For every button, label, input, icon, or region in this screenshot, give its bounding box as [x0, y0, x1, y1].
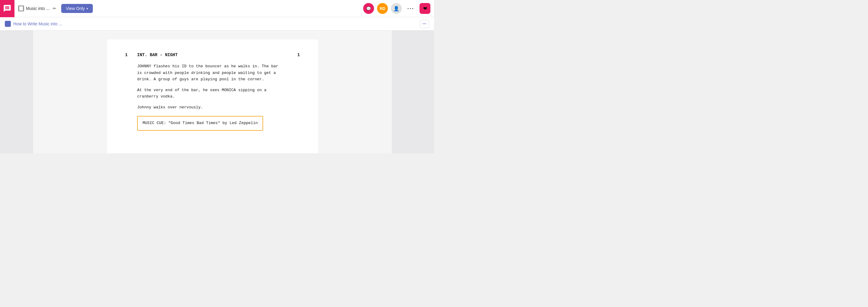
view-only-button[interactable]: View Only ▾ [61, 4, 93, 13]
doc-icon [18, 5, 24, 11]
breadcrumb-bar: How to Write Music into ... ··· [0, 17, 434, 30]
navbar-actions: 💬 RD 👤 ··· ❤ [363, 3, 430, 14]
more-options-button[interactable]: ··· [405, 4, 416, 13]
breadcrumb-more-button[interactable]: ··· [420, 20, 429, 28]
screenplay-page: 1 INT. BAR - NIGHT 1 JOHNNY flashes his … [107, 39, 318, 154]
user-icon: 👤 [393, 6, 399, 11]
screenplay-area: 1 INT. BAR - NIGHT 1 JOHNNY flashes his … [33, 30, 392, 154]
scene-number-right: 1 [291, 52, 300, 58]
breadcrumb-doc-icon [5, 21, 11, 27]
user-profile-button[interactable]: 👤 [391, 3, 402, 14]
action-text-1: JOHNNY flashes his ID to the bouncer as … [137, 64, 278, 82]
chevron-down-icon: ▾ [87, 7, 88, 10]
music-cue-box: MUSIC CUE: "Good Times Bad Times" by Led… [137, 116, 263, 131]
right-sidebar [392, 30, 434, 154]
music-cue-text: MUSIC CUE: "Good Times Bad Times" by Led… [143, 121, 258, 125]
left-sidebar [0, 30, 33, 154]
scene-number-left: 1 [125, 52, 134, 58]
view-only-label: View Only [66, 6, 85, 11]
main-content: 1 INT. BAR - NIGHT 1 JOHNNY flashes his … [0, 30, 434, 154]
action-block-3: Johnny walks over nervously. [137, 104, 300, 110]
app-switcher-button[interactable]: ❤ [420, 3, 430, 14]
comments-button[interactable]: 💬 [363, 3, 374, 14]
chat-icon [3, 4, 11, 13]
app-logo[interactable] [0, 0, 14, 17]
user-avatar-rd[interactable]: RD [377, 3, 388, 14]
document-title: Music into ... [26, 6, 50, 11]
action-block-1: JOHNNY flashes his ID to the bouncer as … [137, 63, 300, 82]
scene-heading: INT. BAR - NIGHT [134, 52, 291, 58]
edit-icon[interactable]: ✏ [53, 6, 56, 11]
navbar: Music into ... ✏ View Only ▾ 💬 RD 👤 ··· … [0, 0, 434, 17]
app-icon: ❤ [423, 6, 427, 11]
breadcrumb-text[interactable]: How to Write Music into ... [13, 22, 62, 26]
action-text-3: Johnny walks over nervously. [137, 105, 203, 110]
action-block-2: At the very end of the bar, he sees MONI… [137, 87, 300, 100]
comment-icon: 💬 [366, 6, 371, 11]
user-initials: RD [380, 6, 385, 11]
scene-header: 1 INT. BAR - NIGHT 1 [125, 52, 300, 58]
action-text-2: At the very end of the bar, he sees MONI… [137, 88, 267, 99]
